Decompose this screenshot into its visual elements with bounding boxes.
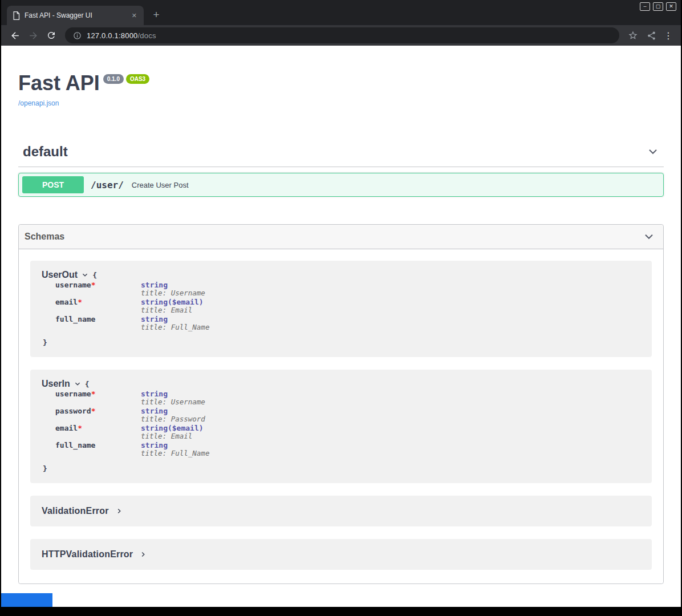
open-brace: { [92,271,97,279]
schemas-body: UserOut { username* string title: Userna… [19,249,663,583]
new-tab-button[interactable]: + [149,8,163,22]
operation-summary: Create User Post [132,181,189,189]
schema-property-row: full_name string title: Full_Name [55,315,640,331]
opblock-post-user[interactable]: POST /user/ Create User Post [18,173,664,197]
chevron-down-icon[interactable] [82,271,88,278]
status-indicator [1,593,52,607]
close-tab-icon[interactable]: ✕ [131,11,138,20]
model-userin: UserIn { username* string title: Usernam… [30,370,652,483]
url-text: 127.0.0.1:8000/docs [87,31,156,40]
open-brace: { [85,380,90,388]
prop-type: string [141,315,168,323]
reload-button[interactable] [43,27,59,43]
prop-name: email [55,424,78,432]
required-star: * [91,390,96,398]
model-name: UserOut [42,270,78,280]
browser-toolbar: 127.0.0.1:8000/docs ⋮ [1,25,681,46]
model-validationerror[interactable]: ValidationError [30,496,652,526]
prop-format: ($email) [168,298,204,306]
required-star: * [78,298,82,306]
chevron-right-icon[interactable] [116,508,123,514]
required-star: * [78,424,82,432]
chevron-down-icon[interactable] [647,145,659,158]
tab-title: Fast API - Swagger UI [25,11,126,19]
prop-title: title: Email [141,306,204,314]
extensions-icon[interactable] [643,27,659,43]
schema-property-row: email* string($email) title: Email [55,298,640,314]
model-name: HTTPValidationError [42,549,133,560]
version-badge: 0.1.0 [103,74,124,84]
prop-title: title: Password [141,415,205,423]
prop-title: title: Username [141,289,205,297]
model-httpvalidationerror[interactable]: HTTPValidationError [30,539,652,570]
prop-name: email [55,298,78,306]
prop-format: ($email) [168,424,204,432]
close-brace: } [43,338,640,347]
browser-window: – ▢ ✕ Fast API - Swagger UI ✕ + 127.0.0 [0,0,682,616]
close-brace: } [43,464,640,473]
model-name: UserIn [42,379,70,389]
prop-name: password [55,407,91,415]
prop-type: string [141,281,168,289]
prop-type: string [141,390,168,398]
maximize-button[interactable]: ▢ [653,2,663,11]
prop-name: username [55,390,91,398]
schema-property-row: full_name string title: Full_Name [55,441,640,457]
operation-path: /user/ [91,180,124,191]
browser-tab[interactable]: Fast API - Swagger UI ✕ [7,6,144,25]
model-userout: UserOut { username* string title: Userna… [30,261,652,357]
browser-menu-icon[interactable]: ⋮ [661,27,675,43]
url-path: /docs [138,31,156,40]
page-favicon-icon [13,11,20,20]
prop-type: string [141,407,168,415]
chevron-right-icon[interactable] [140,551,147,558]
schemas-section: Schemas UserOut { [18,224,664,584]
prop-title: title: Username [141,398,205,406]
prop-type: string [141,424,168,432]
prop-title: title: Email [141,432,204,440]
back-button[interactable] [7,27,23,43]
tag-section-default[interactable]: default [18,139,664,167]
window-controls: – ▢ ✕ [640,2,676,11]
prop-name: full_name [55,315,95,323]
required-star: * [91,281,96,289]
window-bottom-border [1,607,681,616]
minimize-button[interactable]: – [640,2,650,11]
chevron-down-icon[interactable] [74,380,81,387]
schema-property-row: email* string($email) title: Email [55,424,640,440]
schemas-title: Schemas [25,232,64,242]
prop-name: full_name [55,441,95,449]
model-name: ValidationError [42,506,109,516]
prop-title: title: Full_Name [141,449,209,457]
schema-property-row: username* string title: Username [55,281,640,297]
tab-strip: – ▢ ✕ Fast API - Swagger UI ✕ + [1,0,681,25]
required-star: * [91,407,96,415]
chevron-down-icon[interactable] [643,230,655,243]
close-window-button[interactable]: ✕ [666,2,676,11]
page-content: Fast API 0.1.0 OAS3 /openapi.json defaul… [1,46,681,607]
address-bar[interactable]: 127.0.0.1:8000/docs [65,27,619,43]
http-method-badge: POST [22,176,84,193]
bookmark-star-icon[interactable] [625,27,641,43]
oas-badge: OAS3 [126,74,149,84]
schema-property-row: password* string title: Password [55,407,640,423]
page-info-icon[interactable] [73,31,82,40]
prop-name: username [55,281,91,289]
url-host: 127.0.0.1:8000 [87,31,138,40]
forward-button[interactable] [25,27,41,43]
schema-property-row: username* string title: Username [55,390,640,406]
model-userout-toggle[interactable]: UserOut { [42,270,640,280]
prop-title: title: Full_Name [141,323,209,331]
model-userin-toggle[interactable]: UserIn { [42,379,640,389]
schemas-header[interactable]: Schemas [19,225,663,249]
api-info-header: Fast API 0.1.0 OAS3 [18,73,664,94]
openapi-spec-link[interactable]: /openapi.json [18,99,59,107]
api-title: Fast API [18,73,100,94]
tag-name: default [23,144,68,160]
prop-type: string [141,441,168,449]
prop-type: string [141,298,168,306]
